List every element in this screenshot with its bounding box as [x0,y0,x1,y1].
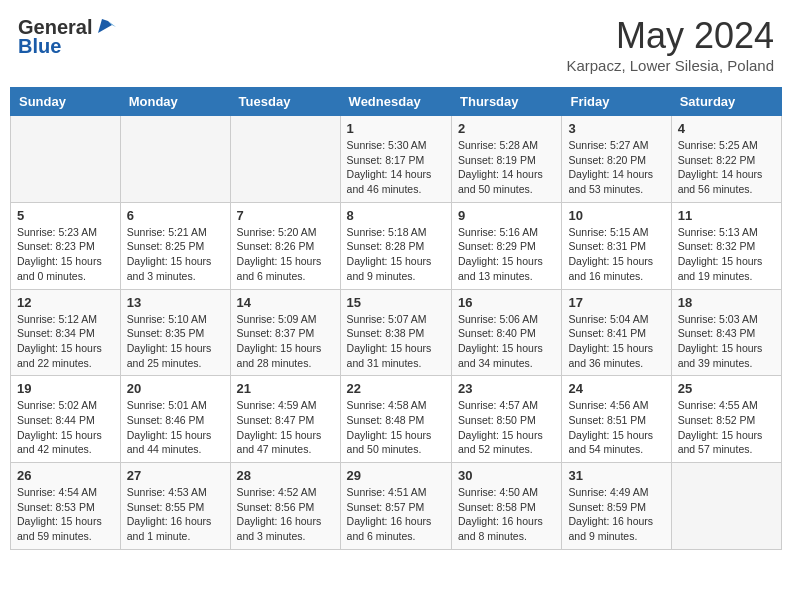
calendar-week-row: 12Sunrise: 5:12 AMSunset: 8:34 PMDayligh… [11,289,782,376]
calendar-week-row: 26Sunrise: 4:54 AMSunset: 8:53 PMDayligh… [11,463,782,550]
day-number: 30 [458,468,555,483]
day-info: Sunrise: 5:10 AMSunset: 8:35 PMDaylight:… [127,312,224,371]
calendar-cell: 9Sunrise: 5:16 AMSunset: 8:29 PMDaylight… [452,202,562,289]
day-info: Sunrise: 4:55 AMSunset: 8:52 PMDaylight:… [678,398,775,457]
day-info: Sunrise: 5:20 AMSunset: 8:26 PMDaylight:… [237,225,334,284]
day-info: Sunrise: 5:07 AMSunset: 8:38 PMDaylight:… [347,312,445,371]
day-number: 15 [347,295,445,310]
day-info: Sunrise: 5:28 AMSunset: 8:19 PMDaylight:… [458,138,555,197]
calendar-cell: 27Sunrise: 4:53 AMSunset: 8:55 PMDayligh… [120,463,230,550]
calendar-cell: 31Sunrise: 4:49 AMSunset: 8:59 PMDayligh… [562,463,671,550]
day-info: Sunrise: 4:56 AMSunset: 8:51 PMDaylight:… [568,398,664,457]
day-of-week-header: Thursday [452,88,562,116]
calendar-cell: 11Sunrise: 5:13 AMSunset: 8:32 PMDayligh… [671,202,781,289]
day-number: 3 [568,121,664,136]
day-info: Sunrise: 4:57 AMSunset: 8:50 PMDaylight:… [458,398,555,457]
calendar-cell: 29Sunrise: 4:51 AMSunset: 8:57 PMDayligh… [340,463,451,550]
day-number: 22 [347,381,445,396]
calendar-cell [671,463,781,550]
day-info: Sunrise: 5:16 AMSunset: 8:29 PMDaylight:… [458,225,555,284]
calendar-cell: 3Sunrise: 5:27 AMSunset: 8:20 PMDaylight… [562,116,671,203]
day-info: Sunrise: 4:58 AMSunset: 8:48 PMDaylight:… [347,398,445,457]
day-number: 21 [237,381,334,396]
day-number: 1 [347,121,445,136]
day-number: 25 [678,381,775,396]
day-number: 9 [458,208,555,223]
day-info: Sunrise: 5:01 AMSunset: 8:46 PMDaylight:… [127,398,224,457]
day-info: Sunrise: 5:21 AMSunset: 8:25 PMDaylight:… [127,225,224,284]
calendar-cell: 13Sunrise: 5:10 AMSunset: 8:35 PMDayligh… [120,289,230,376]
day-number: 23 [458,381,555,396]
calendar-cell [11,116,121,203]
calendar-cell: 1Sunrise: 5:30 AMSunset: 8:17 PMDaylight… [340,116,451,203]
day-number: 11 [678,208,775,223]
day-info: Sunrise: 5:13 AMSunset: 8:32 PMDaylight:… [678,225,775,284]
calendar-week-row: 19Sunrise: 5:02 AMSunset: 8:44 PMDayligh… [11,376,782,463]
day-number: 10 [568,208,664,223]
calendar-cell: 19Sunrise: 5:02 AMSunset: 8:44 PMDayligh… [11,376,121,463]
day-info: Sunrise: 4:53 AMSunset: 8:55 PMDaylight:… [127,485,224,544]
calendar-cell: 8Sunrise: 5:18 AMSunset: 8:28 PMDaylight… [340,202,451,289]
day-info: Sunrise: 5:02 AMSunset: 8:44 PMDaylight:… [17,398,114,457]
day-info: Sunrise: 5:18 AMSunset: 8:28 PMDaylight:… [347,225,445,284]
logo-icon [94,15,116,37]
calendar-cell: 30Sunrise: 4:50 AMSunset: 8:58 PMDayligh… [452,463,562,550]
logo-blue-text: Blue [18,35,61,58]
day-number: 19 [17,381,114,396]
day-of-week-header: Monday [120,88,230,116]
day-number: 20 [127,381,224,396]
day-info: Sunrise: 5:15 AMSunset: 8:31 PMDaylight:… [568,225,664,284]
calendar-week-row: 5Sunrise: 5:23 AMSunset: 8:23 PMDaylight… [11,202,782,289]
day-info: Sunrise: 5:04 AMSunset: 8:41 PMDaylight:… [568,312,664,371]
location-subtitle: Karpacz, Lower Silesia, Poland [566,57,774,74]
day-number: 2 [458,121,555,136]
calendar-cell: 25Sunrise: 4:55 AMSunset: 8:52 PMDayligh… [671,376,781,463]
calendar-cell: 21Sunrise: 4:59 AMSunset: 8:47 PMDayligh… [230,376,340,463]
day-info: Sunrise: 5:06 AMSunset: 8:40 PMDaylight:… [458,312,555,371]
day-of-week-header: Sunday [11,88,121,116]
calendar-header-row: SundayMondayTuesdayWednesdayThursdayFrid… [11,88,782,116]
calendar-cell: 23Sunrise: 4:57 AMSunset: 8:50 PMDayligh… [452,376,562,463]
calendar-cell: 20Sunrise: 5:01 AMSunset: 8:46 PMDayligh… [120,376,230,463]
calendar-cell: 4Sunrise: 5:25 AMSunset: 8:22 PMDaylight… [671,116,781,203]
day-of-week-header: Wednesday [340,88,451,116]
calendar-cell: 24Sunrise: 4:56 AMSunset: 8:51 PMDayligh… [562,376,671,463]
day-info: Sunrise: 5:23 AMSunset: 8:23 PMDaylight:… [17,225,114,284]
day-info: Sunrise: 4:51 AMSunset: 8:57 PMDaylight:… [347,485,445,544]
day-number: 5 [17,208,114,223]
calendar-cell: 5Sunrise: 5:23 AMSunset: 8:23 PMDaylight… [11,202,121,289]
day-info: Sunrise: 5:03 AMSunset: 8:43 PMDaylight:… [678,312,775,371]
calendar-week-row: 1Sunrise: 5:30 AMSunset: 8:17 PMDaylight… [11,116,782,203]
day-of-week-header: Friday [562,88,671,116]
day-info: Sunrise: 4:52 AMSunset: 8:56 PMDaylight:… [237,485,334,544]
calendar-table: SundayMondayTuesdayWednesdayThursdayFrid… [10,87,782,550]
day-info: Sunrise: 5:30 AMSunset: 8:17 PMDaylight:… [347,138,445,197]
day-number: 14 [237,295,334,310]
calendar-cell: 2Sunrise: 5:28 AMSunset: 8:19 PMDaylight… [452,116,562,203]
day-info: Sunrise: 4:59 AMSunset: 8:47 PMDaylight:… [237,398,334,457]
day-number: 26 [17,468,114,483]
calendar-cell: 7Sunrise: 5:20 AMSunset: 8:26 PMDaylight… [230,202,340,289]
day-info: Sunrise: 4:49 AMSunset: 8:59 PMDaylight:… [568,485,664,544]
calendar-cell: 18Sunrise: 5:03 AMSunset: 8:43 PMDayligh… [671,289,781,376]
day-of-week-header: Tuesday [230,88,340,116]
day-info: Sunrise: 5:12 AMSunset: 8:34 PMDaylight:… [17,312,114,371]
day-number: 17 [568,295,664,310]
day-number: 28 [237,468,334,483]
day-info: Sunrise: 5:25 AMSunset: 8:22 PMDaylight:… [678,138,775,197]
calendar-cell: 10Sunrise: 5:15 AMSunset: 8:31 PMDayligh… [562,202,671,289]
day-number: 24 [568,381,664,396]
calendar-cell [230,116,340,203]
day-number: 7 [237,208,334,223]
calendar-cell: 14Sunrise: 5:09 AMSunset: 8:37 PMDayligh… [230,289,340,376]
day-info: Sunrise: 5:09 AMSunset: 8:37 PMDaylight:… [237,312,334,371]
day-number: 8 [347,208,445,223]
day-number: 27 [127,468,224,483]
calendar-cell: 22Sunrise: 4:58 AMSunset: 8:48 PMDayligh… [340,376,451,463]
day-number: 4 [678,121,775,136]
svg-marker-0 [98,19,112,33]
calendar-cell: 16Sunrise: 5:06 AMSunset: 8:40 PMDayligh… [452,289,562,376]
calendar-cell: 6Sunrise: 5:21 AMSunset: 8:25 PMDaylight… [120,202,230,289]
day-info: Sunrise: 4:54 AMSunset: 8:53 PMDaylight:… [17,485,114,544]
month-title: May 2024 [566,15,774,57]
